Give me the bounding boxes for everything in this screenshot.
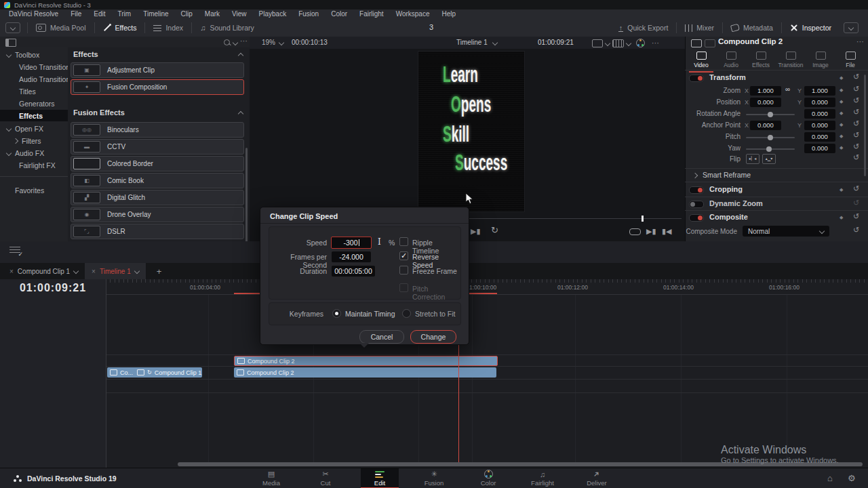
- menu-edit[interactable]: Edit: [87, 9, 111, 19]
- position-reset-icon[interactable]: ↺: [853, 97, 859, 104]
- zoom-x-field[interactable]: 1.000: [750, 86, 781, 96]
- inspector-button[interactable]: Inspector: [783, 19, 838, 37]
- toolbar-overflow-dropdown[interactable]: [844, 22, 859, 33]
- quick-export-button[interactable]: ↑ Quick Export: [612, 19, 675, 37]
- collapse-effects-chevron[interactable]: [238, 53, 243, 58]
- pitch-field[interactable]: 0.000: [804, 132, 835, 142]
- loop-playback-icon[interactable]: ↻: [491, 226, 498, 235]
- duration-input[interactable]: 00:00:05:00: [332, 266, 375, 277]
- yaw-keyframe-icon[interactable]: ◆: [840, 145, 843, 150]
- effect-item-digital-glitch[interactable]: ▞ Digital Glitch: [71, 190, 244, 205]
- flip-reset-icon[interactable]: ↺: [853, 154, 859, 161]
- effect-item-fusion-composition[interactable]: ✦ Fusion Composition: [71, 79, 244, 95]
- page-edit[interactable]: Edit: [361, 468, 399, 488]
- fps-input[interactable]: -24.000: [332, 251, 371, 262]
- change-button[interactable]: Change: [410, 330, 456, 344]
- transform-header[interactable]: Transform: [709, 73, 746, 81]
- menu-mark[interactable]: Mark: [199, 9, 226, 19]
- link-xy-icon[interactable]: ∞: [785, 85, 790, 93]
- menu-fairlight[interactable]: Fairlight: [353, 9, 390, 19]
- sidebar-item-open-fx[interactable]: Open FX: [0, 123, 68, 134]
- page-color[interactable]: Color: [469, 468, 507, 488]
- dynamic-zoom-reset-icon[interactable]: ↺: [853, 199, 859, 207]
- effect-item-binoculars[interactable]: ◎◎ Binoculars: [71, 122, 244, 138]
- loop-range-icon[interactable]: [629, 228, 641, 235]
- menu-timeline[interactable]: Timeline: [137, 9, 174, 19]
- media-pool-button[interactable]: Media Pool: [29, 19, 93, 37]
- viewer-scrub-playhead[interactable]: [642, 216, 644, 222]
- dynamic-zoom-header[interactable]: Dynamic Zoom: [709, 199, 763, 207]
- smart-reframe-header[interactable]: Smart Reframe: [703, 171, 751, 179]
- panel-layout-icon[interactable]: [5, 39, 16, 47]
- inspector-menu-icon[interactable]: ⋯: [856, 37, 864, 46]
- speed-input[interactable]: -300: [331, 237, 372, 249]
- metadata-button[interactable]: Metadata: [724, 19, 780, 37]
- composite-mode-select[interactable]: Normal: [743, 226, 829, 237]
- close-tab-icon[interactable]: ×: [92, 268, 96, 275]
- inspector-tab-file[interactable]: File: [836, 52, 865, 70]
- tab-compound-clip-1[interactable]: × Compound Clip 1: [3, 263, 85, 279]
- cropping-reset-icon[interactable]: ↺: [853, 185, 859, 192]
- page-fusion[interactable]: ✳Fusion: [415, 468, 453, 488]
- effect-item-dslr[interactable]: ⌜⌟ DSLR: [71, 224, 244, 239]
- stretch-to-fit-radio[interactable]: [402, 309, 411, 318]
- rotation-keyframe-icon[interactable]: ◆: [840, 110, 843, 116]
- fusion-effects-header[interactable]: Fusion Effects: [73, 108, 125, 117]
- clip-inspector-icon[interactable]: [691, 39, 702, 47]
- position-keyframe-icon[interactable]: ◆: [840, 99, 843, 104]
- menu-color[interactable]: Color: [325, 9, 353, 19]
- inspector-scrollbar[interactable]: [864, 75, 866, 176]
- play-around-icon[interactable]: ▶▮: [646, 227, 656, 235]
- position-y-field[interactable]: 0.000: [804, 98, 835, 107]
- yaw-field[interactable]: 0.000: [804, 144, 835, 153]
- viewer-options-icon[interactable]: ⋯: [652, 39, 659, 47]
- effects-button[interactable]: Effects: [96, 19, 144, 37]
- inspector-tab-audio[interactable]: Audio: [717, 52, 745, 70]
- effect-item-cctv[interactable]: ▬ CCTV: [71, 139, 244, 155]
- page-media[interactable]: ▤Media: [252, 468, 290, 488]
- freeze-frame-checkbox[interactable]: [399, 266, 408, 274]
- collapse-fusion-effects-chevron[interactable]: [238, 111, 243, 117]
- dual-viewer-icon[interactable]: [612, 39, 624, 47]
- cropping-keyframe-icon[interactable]: ◆: [840, 187, 843, 192]
- viewer-mode-chevron[interactable]: [605, 40, 610, 45]
- menu-file[interactable]: File: [64, 9, 87, 19]
- dynamic-zoom-toggle[interactable]: [689, 201, 704, 208]
- sound-library-button[interactable]: ♫ Sound Library: [193, 19, 261, 37]
- viewer-title-dropdown[interactable]: Timeline 1: [456, 39, 497, 46]
- tab-timeline-1[interactable]: × Timeline 1: [85, 263, 146, 279]
- add-timeline-tab-icon[interactable]: +: [157, 266, 162, 277]
- reverse-speed-checkbox[interactable]: ✓: [399, 251, 408, 260]
- zoom-reset-icon[interactable]: ↺: [853, 85, 859, 93]
- flip-vertical-button[interactable]: ▴▁▾: [762, 154, 776, 164]
- clip-compound-clip-1[interactable]: ↻ Compound Clip 1: [134, 367, 202, 378]
- anchor-y-field[interactable]: 0.000: [804, 121, 835, 130]
- effect-item-adjustment-clip[interactable]: ▣ Adjustment Clip: [71, 62, 244, 78]
- pitch-correction-checkbox[interactable]: [399, 283, 408, 292]
- zoom-keyframe-icon[interactable]: ◆: [840, 87, 843, 93]
- previous-frame-icon[interactable]: ▮◀: [662, 227, 672, 235]
- anchor-x-field[interactable]: 0.000: [750, 121, 781, 130]
- anchor-reset-icon[interactable]: ↺: [853, 120, 859, 127]
- cancel-button[interactable]: Cancel: [359, 330, 404, 344]
- inspector-tab-image[interactable]: Image: [806, 52, 835, 70]
- rotation-angle-field[interactable]: 0.000: [804, 109, 835, 119]
- zoom-y-field[interactable]: 1.000: [804, 86, 835, 96]
- transform-toggle[interactable]: [689, 75, 704, 82]
- menu-view[interactable]: View: [226, 9, 253, 19]
- cropping-header[interactable]: Cropping: [709, 185, 743, 193]
- anchor-keyframe-icon[interactable]: ◆: [840, 122, 843, 127]
- search-icon[interactable]: [224, 39, 230, 45]
- page-cut[interactable]: ✂Cut: [307, 468, 344, 488]
- transform-keyframe-icon[interactable]: ◆: [840, 75, 843, 81]
- composite-header[interactable]: Composite: [709, 213, 748, 221]
- color-wheel-icon[interactable]: [636, 39, 645, 47]
- composite-reset-icon[interactable]: ↺: [853, 213, 859, 220]
- maintain-timing-radio[interactable]: [332, 309, 341, 318]
- rotation-angle-slider[interactable]: [746, 114, 795, 115]
- rotation-reset-icon[interactable]: ↺: [853, 108, 859, 116]
- menu-help[interactable]: Help: [435, 9, 462, 19]
- close-tab-icon[interactable]: ×: [9, 268, 14, 275]
- menu-playback[interactable]: Playback: [253, 9, 293, 19]
- mixer-button[interactable]: Mixer: [678, 19, 721, 37]
